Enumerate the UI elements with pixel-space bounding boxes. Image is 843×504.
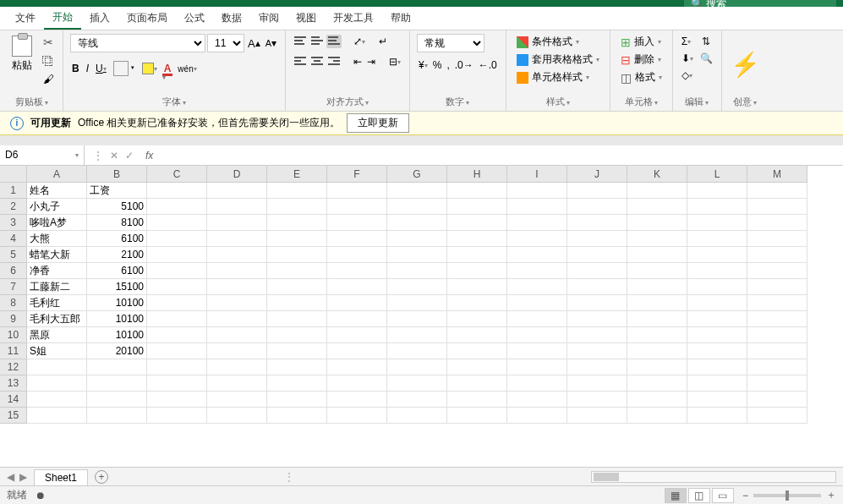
- cell-C5[interactable]: [147, 247, 207, 263]
- align-top-button[interactable]: [293, 35, 308, 48]
- cell-E8[interactable]: [267, 295, 327, 311]
- cell-B12[interactable]: [87, 359, 147, 375]
- cell-J5[interactable]: [567, 247, 627, 263]
- cell-J6[interactable]: [567, 263, 627, 279]
- cell-G3[interactable]: [387, 215, 447, 231]
- cell-K9[interactable]: [627, 311, 687, 327]
- horizontal-scrollbar[interactable]: [591, 471, 836, 483]
- cell-E12[interactable]: [267, 359, 327, 375]
- cell-K7[interactable]: [627, 279, 687, 295]
- cell-J12[interactable]: [567, 359, 627, 375]
- cell-D14[interactable]: [207, 392, 267, 408]
- cell-A13[interactable]: [27, 375, 87, 392]
- cell-D7[interactable]: [207, 279, 267, 295]
- font-name-combo[interactable]: 等线: [70, 34, 205, 52]
- cell-G14[interactable]: [387, 392, 447, 408]
- cell-F5[interactable]: [327, 247, 387, 263]
- cell-H2[interactable]: [447, 199, 507, 215]
- cell-M2[interactable]: [747, 199, 807, 215]
- page-layout-view-button[interactable]: ◫: [688, 488, 710, 503]
- format-cells-button[interactable]: 格式: [617, 69, 665, 85]
- cell-E14[interactable]: [267, 392, 327, 408]
- cell-K15[interactable]: [627, 408, 687, 424]
- cell-F14[interactable]: [327, 392, 387, 408]
- cell-G11[interactable]: [387, 343, 447, 359]
- cell-A4[interactable]: 大熊: [27, 231, 87, 247]
- increase-decimal-button[interactable]: .0→: [453, 58, 475, 73]
- cell-A15[interactable]: [27, 408, 87, 424]
- cell-M4[interactable]: [747, 231, 807, 247]
- cell-B15[interactable]: [87, 408, 147, 424]
- format-painter-button[interactable]: [41, 71, 56, 87]
- orientation-button[interactable]: ⤢: [352, 34, 367, 49]
- col-header-C[interactable]: C: [147, 166, 207, 183]
- cell-D9[interactable]: [207, 311, 267, 327]
- col-header-J[interactable]: J: [567, 166, 627, 183]
- font-color-button[interactable]: A: [162, 61, 173, 76]
- col-header-I[interactable]: I: [507, 166, 567, 183]
- cell-B10[interactable]: 10100: [87, 327, 147, 343]
- decrease-indent-button[interactable]: ⇤: [352, 54, 364, 69]
- align-middle-button[interactable]: [309, 35, 325, 48]
- cell-I12[interactable]: [507, 359, 567, 375]
- cell-E13[interactable]: [267, 375, 327, 392]
- row-header-10[interactable]: 10: [0, 327, 27, 343]
- cell-M3[interactable]: [747, 215, 807, 231]
- cell-C2[interactable]: [147, 199, 207, 215]
- insert-cells-button[interactable]: 插入: [617, 34, 665, 50]
- cell-E1[interactable]: [267, 183, 327, 199]
- cell-K12[interactable]: [627, 359, 687, 375]
- cell-H1[interactable]: [447, 183, 507, 199]
- cell-F7[interactable]: [327, 279, 387, 295]
- tab-developer[interactable]: 开发工具: [325, 8, 382, 29]
- cell-L9[interactable]: [687, 311, 747, 327]
- cell-K10[interactable]: [627, 327, 687, 343]
- cell-E15[interactable]: [267, 408, 327, 424]
- currency-button[interactable]: ¥: [417, 58, 430, 73]
- tab-layout[interactable]: 页面布局: [118, 8, 176, 29]
- zoom-in-button[interactable]: ＋: [826, 488, 836, 502]
- cell-B7[interactable]: 15100: [87, 279, 147, 295]
- cell-B3[interactable]: 8100: [87, 215, 147, 231]
- cell-L4[interactable]: [687, 231, 747, 247]
- cell-E10[interactable]: [267, 327, 327, 343]
- cell-K14[interactable]: [627, 392, 687, 408]
- cell-C12[interactable]: [147, 359, 207, 375]
- increase-indent-button[interactable]: ⇥: [365, 54, 377, 69]
- cell-D11[interactable]: [207, 343, 267, 359]
- underline-button[interactable]: U: [94, 61, 108, 76]
- cell-D6[interactable]: [207, 263, 267, 279]
- update-now-button[interactable]: 立即更新: [347, 113, 409, 133]
- cell-A14[interactable]: [27, 392, 87, 408]
- cell-G1[interactable]: [387, 183, 447, 199]
- cell-J8[interactable]: [567, 295, 627, 311]
- enter-formula-button[interactable]: ✓: [125, 150, 134, 162]
- worksheet-grid[interactable]: 123456789101112131415 ABCDEFGHIJKLM 姓名工资…: [0, 166, 843, 467]
- merge-button[interactable]: ⊟: [387, 54, 402, 69]
- sheet-nav-left[interactable]: ◀: [7, 471, 14, 483]
- cell-J2[interactable]: [567, 199, 627, 215]
- cell-M13[interactable]: [747, 375, 807, 392]
- cell-F1[interactable]: [327, 183, 387, 199]
- cell-K2[interactable]: [627, 199, 687, 215]
- cell-M8[interactable]: [747, 295, 807, 311]
- col-header-K[interactable]: K: [627, 166, 687, 183]
- delete-cells-button[interactable]: 删除: [617, 52, 665, 68]
- cell-B11[interactable]: 20100: [87, 343, 147, 359]
- cell-A2[interactable]: 小丸子: [27, 199, 87, 215]
- cell-J7[interactable]: [567, 279, 627, 295]
- autosum-button[interactable]: Σ: [680, 34, 692, 49]
- cell-F15[interactable]: [327, 408, 387, 424]
- align-bottom-button[interactable]: [326, 35, 342, 48]
- cell-M14[interactable]: [747, 392, 807, 408]
- row-header-11[interactable]: 11: [0, 343, 27, 359]
- cell-C4[interactable]: [147, 231, 207, 247]
- cell-D3[interactable]: [207, 215, 267, 231]
- cell-F13[interactable]: [327, 375, 387, 392]
- row-header-4[interactable]: 4: [0, 231, 27, 247]
- cell-K5[interactable]: [627, 247, 687, 263]
- cell-I5[interactable]: [507, 247, 567, 263]
- cell-J13[interactable]: [567, 375, 627, 392]
- cell-B5[interactable]: 2100: [87, 247, 147, 263]
- cell-F10[interactable]: [327, 327, 387, 343]
